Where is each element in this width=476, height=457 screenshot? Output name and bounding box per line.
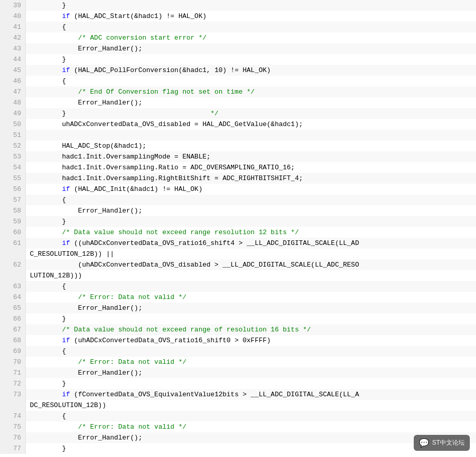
line-number: 65: [0, 303, 26, 313]
token: hadc1.Init.Oversampling.Ratio = ADC_OVER…: [30, 164, 295, 171]
code-row: LUTION_12B))): [0, 270, 476, 281]
code-row: 53 hadc1.Init.OversamplingMode = ENABLE;: [0, 151, 476, 162]
token: /* Error: Data not valid */: [78, 358, 187, 366]
line-number: 57: [0, 195, 26, 205]
line-number: [0, 249, 26, 259]
code-row: 69 {: [0, 346, 476, 357]
code-row: 72 }: [0, 378, 476, 389]
token: {: [30, 283, 66, 290]
line-number: 70: [0, 357, 26, 367]
code-row: 48 Error_Handler();: [0, 97, 476, 108]
token: {: [30, 347, 66, 355]
code-row: 76 Error_Handler();: [0, 432, 476, 443]
code-line-content: }: [26, 378, 476, 389]
token: {: [30, 23, 66, 31]
code-line-content: }: [26, 443, 476, 454]
line-number: 58: [0, 205, 26, 216]
code-line-content: HAL_ADC_Stop(&hadc1);: [26, 140, 476, 151]
code-line-content: hadc1.Init.Oversampling.Ratio = ADC_OVER…: [26, 162, 476, 173]
code-row: 39 }: [0, 0, 476, 11]
code-line-content: }: [26, 0, 476, 11]
token: Error_Handler();: [30, 45, 142, 52]
line-number: 69: [0, 346, 26, 357]
line-number: 72: [0, 378, 26, 389]
line-number: 56: [0, 184, 26, 195]
code-line-content: {: [26, 195, 476, 205]
line-number: 62: [0, 259, 26, 270]
code-line-content: }: [26, 313, 476, 324]
code-row: 56 if (HAL_ADC_Init(&hadc1) != HAL_OK): [0, 184, 476, 195]
line-number: 73: [0, 389, 26, 400]
line-number: 77: [0, 443, 26, 454]
code-editor: 39 }40 if (HAL_ADC_Start(&hadc1) != HAL_…: [0, 0, 476, 457]
code-row: 52 HAL_ADC_Stop(&hadc1);: [0, 140, 476, 151]
code-line-content: /* End Of Conversion flag not set on tim…: [26, 86, 476, 97]
token: [30, 337, 62, 344]
token: [30, 34, 78, 42]
token: }: [30, 445, 66, 452]
token: /* Data value should not exceed range of…: [62, 326, 311, 333]
line-number: 49: [0, 108, 26, 119]
code-line-content: uhADCxConvertedData_OVS_disabled = HAL_A…: [26, 119, 476, 130]
code-line-content: hadc1.Init.OversamplingMode = ENABLE;: [26, 151, 476, 162]
token: Error_Handler();: [30, 304, 142, 312]
code-row: 41 {: [0, 22, 476, 32]
token: uhADCxConvertedData_OVS_disabled = HAL_A…: [30, 120, 303, 128]
token: {: [30, 77, 66, 85]
code-line-content: if (HAL_ADC_PollForConversion(&hadc1, 10…: [26, 65, 476, 76]
code-row: 49 } */: [0, 108, 476, 119]
token: }: [30, 315, 66, 323]
token: C_RESOLUTION_12B)) ||: [30, 250, 114, 258]
code-row: 61 if ((uhADCxConvertedData_OVS_ratio16_…: [0, 238, 476, 249]
code-row: 59 }: [0, 216, 476, 227]
code-line-content: hadc1.Init.Oversampling.RightBitShift = …: [26, 173, 476, 184]
token: (fConvertedData_OVS_EquivalentValue12bit…: [70, 391, 359, 398]
token: if: [62, 185, 70, 193]
token: /* Data value should not exceed range re…: [62, 228, 298, 236]
code-row: 44 }: [0, 54, 476, 65]
code-line-content: Error_Handler();: [26, 43, 476, 54]
line-number: 51: [0, 130, 26, 140]
code-line-content: Error_Handler();: [26, 205, 476, 216]
code-line-content: {: [26, 76, 476, 86]
token: Error_Handler();: [30, 207, 142, 215]
line-number: 52: [0, 140, 26, 151]
line-number: 61: [0, 238, 26, 249]
code-line-content: Error_Handler();: [26, 432, 476, 443]
code-line-content: } */: [26, 108, 476, 119]
code-row: 77 }: [0, 443, 476, 454]
token: [30, 185, 62, 193]
token: if: [62, 391, 70, 398]
line-number: 66: [0, 313, 26, 324]
token: ((uhADCxConvertedData_OVS_ratio16_shift4…: [70, 239, 359, 247]
code-line-content: (uhADCxConvertedData_OVS_disabled > __LL…: [26, 259, 476, 270]
line-number: [0, 400, 26, 411]
code-line-content: if (HAL_ADC_Start(&hadc1) != HAL_OK): [26, 11, 476, 22]
line-number: 60: [0, 227, 26, 238]
line-number: 46: [0, 76, 26, 86]
code-row: 74 {: [0, 411, 476, 421]
code-row: 54 hadc1.Init.Oversampling.Ratio = ADC_O…: [0, 162, 476, 173]
code-row: 63 {: [0, 281, 476, 292]
token: Error_Handler();: [30, 99, 142, 107]
token: hadc1.Init.OversamplingMode = ENABLE;: [30, 153, 210, 161]
token: [30, 423, 78, 431]
token: [30, 358, 78, 366]
line-number: 71: [0, 367, 26, 378]
token: if: [62, 12, 70, 20]
code-line-content: /* Error: Data not valid */: [26, 357, 476, 367]
line-number: 53: [0, 151, 26, 162]
watermark-text: ST中文论坛: [432, 438, 465, 447]
line-number: 76: [0, 432, 26, 443]
token: /* Error: Data not valid */: [78, 423, 187, 431]
token: [30, 12, 62, 20]
token: }: [30, 380, 66, 388]
code-line-content: }: [26, 54, 476, 65]
token: }: [30, 2, 66, 9]
code-line-content: Error_Handler();: [26, 367, 476, 378]
token: if: [62, 66, 70, 74]
code-line-content: Error_Handler();: [26, 303, 476, 313]
code-line-content: {: [26, 22, 476, 32]
token: [30, 239, 62, 247]
code-line-content: {: [26, 346, 476, 357]
